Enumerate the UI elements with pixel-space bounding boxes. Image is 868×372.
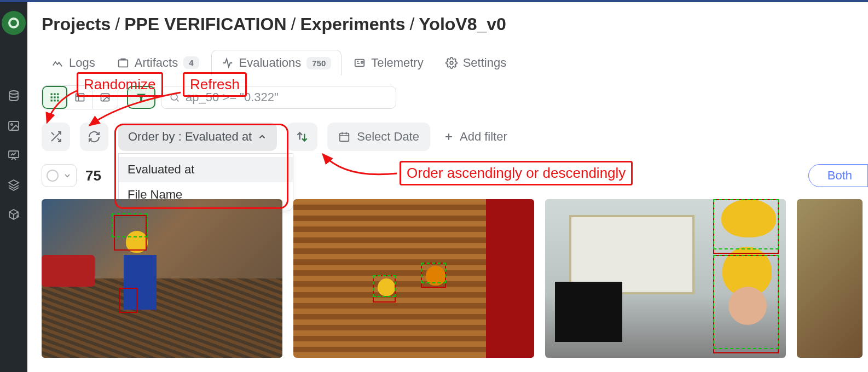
evaluation-thumb[interactable] [545, 199, 786, 358]
tabs: Logs Artifacts 4 Evaluations 750 Telemet… [42, 50, 863, 75]
svg-rect-20 [340, 133, 349, 142]
view-toolbar: ap_50 >= "0.322" [42, 85, 863, 109]
dropdown-option-evaluated-at[interactable]: Evaluated at [119, 157, 293, 182]
result-count: 75 [85, 167, 101, 184]
order-by-label: Order by : Evaluated at [128, 130, 252, 144]
svg-point-2 [11, 124, 13, 125]
randomize-button[interactable] [42, 123, 70, 151]
svg-rect-13 [51, 100, 53, 101]
sidebar [0, 2, 27, 372]
breadcrumb-sep: / [291, 14, 296, 34]
breadcrumb-project-name[interactable]: PPE VERIFICATION [124, 14, 286, 34]
order-by-button[interactable]: Order by : Evaluated at [118, 123, 277, 151]
image-icon[interactable] [7, 119, 20, 132]
both-label: Both [828, 168, 852, 183]
chevron-down-icon [63, 171, 72, 180]
package-export-icon[interactable] [7, 208, 20, 221]
layers-icon[interactable] [7, 178, 20, 191]
select-all-control[interactable] [42, 164, 77, 187]
chevron-up-icon [257, 132, 267, 142]
both-toggle-button[interactable]: Both [808, 164, 868, 187]
filter-toolbar: Order by : Evaluated at Evaluated at Fil… [42, 123, 863, 151]
plus-icon [443, 131, 454, 142]
svg-point-19 [171, 94, 177, 100]
svg-rect-7 [51, 94, 53, 95]
presentation-icon[interactable] [7, 149, 20, 162]
breadcrumb-sep: / [409, 14, 414, 34]
sort-direction-button[interactable] [287, 123, 317, 151]
svg-rect-12 [57, 96, 59, 98]
tab-label: Evaluations [239, 56, 302, 70]
breadcrumb-experiment-name[interactable]: YoloV8_v0 [419, 14, 506, 34]
tab-label: Settings [463, 56, 507, 70]
breadcrumb-projects[interactable]: Projects [42, 14, 111, 34]
image-gallery [42, 199, 863, 358]
svg-rect-1 [9, 121, 19, 130]
select-date-button[interactable]: Select Date [327, 123, 430, 151]
annotation-randomize: Randomize [77, 72, 163, 97]
add-filter-label: Add filter [460, 130, 507, 144]
app-logo[interactable] [2, 11, 26, 35]
database-icon[interactable] [7, 90, 20, 103]
evaluation-thumb[interactable] [42, 199, 282, 358]
breadcrumb-sep: / [115, 14, 120, 34]
annotation-order-direction: Order ascendingly or descendingly [400, 161, 633, 185]
svg-rect-9 [57, 94, 59, 95]
refresh-button[interactable] [80, 123, 108, 151]
tab-telemetry[interactable]: Telemetry [344, 50, 433, 75]
tab-label: Logs [69, 56, 95, 70]
tab-settings[interactable]: Settings [436, 50, 517, 75]
grid-view-button[interactable] [42, 86, 67, 109]
select-date-label: Select Date [357, 130, 419, 144]
tab-label: Telemetry [371, 56, 423, 70]
tab-evaluations[interactable]: Evaluations 750 [211, 50, 342, 75]
artifacts-count-badge: 4 [183, 56, 199, 69]
evaluation-thumb[interactable] [797, 199, 863, 358]
svg-rect-14 [54, 100, 55, 101]
calendar-icon [338, 131, 350, 143]
tab-logs[interactable]: Logs [42, 50, 105, 75]
svg-rect-10 [51, 96, 53, 98]
search-icon [169, 92, 180, 103]
tab-label: Artifacts [135, 56, 178, 70]
breadcrumb-experiments[interactable]: Experiments [300, 14, 405, 34]
evaluations-count-badge: 750 [306, 57, 331, 69]
breadcrumb: Projects / PPE VERIFICATION / Experiment… [42, 14, 863, 34]
svg-point-0 [9, 91, 18, 94]
evaluation-thumb[interactable] [293, 199, 534, 358]
annotation-refresh: Refresh [183, 72, 247, 97]
tab-artifacts[interactable]: Artifacts 4 [107, 50, 209, 75]
svg-rect-8 [54, 94, 55, 95]
svg-rect-15 [57, 100, 59, 101]
radio-empty-icon [47, 170, 59, 182]
svg-point-5 [361, 61, 363, 63]
svg-rect-11 [54, 96, 55, 98]
add-filter-button[interactable]: Add filter [443, 130, 507, 144]
main-content: Projects / PPE VERIFICATION / Experiment… [27, 2, 868, 372]
svg-point-6 [450, 61, 453, 65]
